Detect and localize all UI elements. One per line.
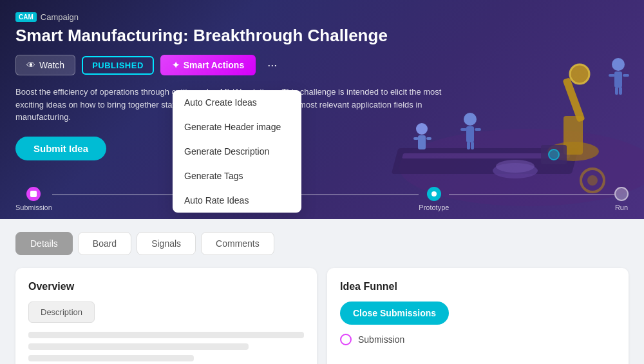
smart-actions-label: Smart Actions bbox=[184, 60, 244, 70]
overview-title: Overview bbox=[28, 281, 304, 292]
tab-board[interactable]: Board bbox=[78, 232, 131, 255]
dropdown-item-tags[interactable]: Generate Tags bbox=[173, 164, 301, 188]
step-line-3 bbox=[449, 194, 614, 195]
step-circle-submission bbox=[26, 187, 41, 201]
idea-funnel-title: Idea Funnel bbox=[340, 281, 616, 292]
dropdown-item-auto-rate[interactable]: Auto Rate Ideas bbox=[173, 188, 301, 213]
published-label: PUBLISHED bbox=[92, 61, 144, 70]
two-col-layout: Overview Description Idea Funnel Close S… bbox=[15, 268, 629, 364]
skeleton-line-1 bbox=[28, 332, 304, 338]
published-button[interactable]: PUBLISHED bbox=[82, 56, 154, 75]
more-icon: ··· bbox=[267, 59, 277, 72]
submission-circle-icon bbox=[340, 334, 352, 345]
step-submission: Submission bbox=[15, 187, 52, 211]
step-label-submission: Submission bbox=[15, 204, 52, 211]
dropdown-item-header-image[interactable]: Generate Header image bbox=[173, 115, 301, 139]
hero-actions: 👁 Watch PUBLISHED ✦ Smart Actions ··· bbox=[15, 55, 629, 75]
svg-point-28 bbox=[587, 175, 598, 186]
sparkle-icon: ✦ bbox=[172, 60, 180, 70]
dropdown-item-auto-create[interactable]: Auto Create Ideas bbox=[173, 90, 301, 115]
submission-label: Submission bbox=[358, 334, 404, 345]
step-label-run: Run bbox=[615, 204, 628, 211]
svg-rect-29 bbox=[30, 191, 37, 197]
page-wrapper: CAM Campaign Smart Manufacturing: Breakt… bbox=[0, 0, 644, 364]
watch-button[interactable]: 👁 Watch bbox=[15, 55, 75, 75]
submission-item: Submission bbox=[340, 334, 616, 345]
skeleton-line-2 bbox=[28, 343, 249, 350]
page-title: Smart Manufacturing: Breakthrough Challe… bbox=[15, 26, 629, 46]
step-circle-run bbox=[614, 187, 629, 201]
step-label-prototype: Prototype bbox=[419, 204, 449, 211]
hero-content: CAM Campaign Smart Manufacturing: Breakt… bbox=[0, 0, 644, 171]
campaign-badge: CAM Campaign bbox=[15, 12, 79, 22]
content-area: Details Board Signals Comments Overview … bbox=[0, 219, 644, 364]
smart-actions-dropdown: Auto Create Ideas Generate Header image … bbox=[173, 90, 301, 213]
idea-funnel-card: Idea Funnel Close Submissions Submission bbox=[327, 268, 629, 364]
submit-label: Submit Idea bbox=[33, 143, 88, 154]
more-button[interactable]: ··· bbox=[262, 56, 282, 75]
step-prototype: Prototype bbox=[419, 187, 449, 211]
tab-comments[interactable]: Comments bbox=[201, 232, 274, 255]
overview-card: Overview Description bbox=[15, 268, 317, 364]
watch-label: Watch bbox=[39, 60, 64, 70]
dropdown-item-description[interactable]: Generate Description bbox=[173, 139, 301, 164]
cam-tag: CAM bbox=[15, 12, 37, 22]
step-run: Run bbox=[614, 187, 629, 211]
steps-container: Submission Refinement Prototype bbox=[15, 187, 629, 211]
close-submissions-label: Close Submissions bbox=[353, 308, 436, 318]
svg-point-31 bbox=[431, 191, 437, 196]
cam-label: Campaign bbox=[41, 12, 79, 22]
tab-bar: Details Board Signals Comments bbox=[15, 232, 629, 255]
description-label: Description bbox=[41, 307, 82, 317]
progress-steps: Submission Refinement Prototype bbox=[0, 187, 644, 219]
close-submissions-button[interactable]: Close Submissions bbox=[340, 302, 449, 325]
eye-icon: 👁 bbox=[26, 60, 35, 70]
tab-signals[interactable]: Signals bbox=[137, 232, 196, 255]
smart-actions-button[interactable]: ✦ Smart Actions bbox=[160, 55, 256, 75]
step-circle-prototype bbox=[427, 187, 441, 201]
tab-details[interactable]: Details bbox=[15, 232, 73, 255]
hero-section: CAM Campaign Smart Manufacturing: Breakt… bbox=[0, 0, 644, 219]
skeleton-line-3 bbox=[28, 355, 194, 361]
description-button[interactable]: Description bbox=[28, 302, 95, 323]
submit-idea-button[interactable]: Submit Idea bbox=[15, 137, 106, 160]
